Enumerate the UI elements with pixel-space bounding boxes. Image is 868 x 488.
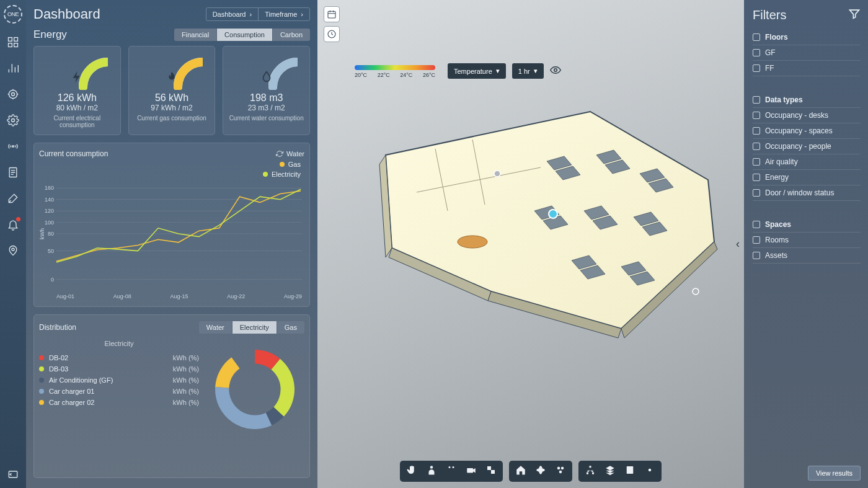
gauge-subvalue: 80 kWh / m2 (39, 104, 115, 112)
hierarchy-tool-icon[interactable] (585, 464, 596, 478)
filter-item[interactable]: Rooms (753, 233, 861, 248)
list-tool-icon[interactable] (624, 464, 636, 478)
home-view-icon[interactable] (515, 464, 526, 478)
distribution-tabs: Water Electricity Gas (199, 321, 304, 334)
left-nav-rail: ONE (0, 0, 26, 488)
orbit-tool-icon[interactable] (535, 464, 546, 478)
svg-text:160: 160 (45, 185, 54, 191)
floorplan-viewport[interactable]: 20°C22°C24°C26°C Temperature▾ 1 hr▾ (317, 0, 744, 488)
nav-settings-icon[interactable] (6, 113, 20, 128)
filter-icon[interactable] (848, 7, 861, 22)
temperature-dropdown[interactable]: Temperature▾ (448, 63, 506, 79)
gauge-subvalue: 23 m3 / m2 (228, 104, 304, 112)
filter-item[interactable]: GF (753, 45, 861, 61)
filter-item[interactable]: Occupancy - people (753, 139, 861, 154)
filter-item[interactable]: Door / window status (753, 185, 861, 201)
svg-point-58 (449, 466, 451, 468)
viewport-toolbar (400, 461, 662, 482)
tab-consumption[interactable]: Consumption (216, 29, 272, 41)
svg-rect-26 (328, 11, 335, 18)
refresh-button[interactable]: Water (276, 150, 304, 157)
collapse-filters-icon[interactable]: ‹ (732, 232, 744, 257)
svg-rect-2 (9, 43, 12, 47)
tab-gas[interactable]: Gas (277, 321, 304, 334)
gauge-label: Current water consumption (228, 115, 304, 122)
svg-point-64 (539, 466, 542, 474)
pan-tool-icon[interactable] (406, 464, 417, 478)
svg-point-59 (453, 466, 454, 468)
distribution-donut-chart (205, 340, 304, 439)
refresh-label: Water (286, 150, 304, 157)
svg-point-6 (12, 119, 15, 122)
nav-broadcast-icon[interactable] (6, 139, 20, 154)
visibility-toggle-icon[interactable] (550, 64, 561, 78)
gradient-bar (355, 65, 435, 70)
gauge-label: Current gas consumption (134, 115, 210, 122)
view-results-button[interactable]: View results (808, 466, 861, 481)
svg-text:80: 80 (48, 231, 54, 237)
nav-analytics-icon[interactable] (6, 61, 20, 76)
energy-tabs: Financial Consumption Carbon (174, 29, 310, 41)
floorplan-3d[interactable] (342, 87, 727, 347)
svg-point-67 (559, 471, 562, 474)
svg-rect-68 (590, 466, 591, 468)
tab-water[interactable]: Water (199, 321, 232, 334)
alert-badge (16, 217, 20, 221)
tab-financial[interactable]: Financial (174, 29, 216, 41)
filter-heading[interactable]: Spaces (753, 217, 861, 233)
nav-dashboard-icon[interactable] (6, 35, 20, 50)
filter-item[interactable]: FF (753, 61, 861, 76)
nav-location-icon[interactable] (6, 243, 20, 258)
distribution-subtitle: Electricity (39, 340, 199, 347)
layers-tool-icon[interactable] (604, 464, 616, 478)
cluster-tool-icon[interactable] (555, 464, 566, 478)
history-tool-icon[interactable] (324, 26, 340, 42)
svg-point-28 (554, 68, 557, 71)
nav-target-icon[interactable] (6, 87, 20, 102)
nav-alerts-icon[interactable] (6, 217, 20, 232)
distribution-card: Distribution Water Electricity Gas Elect… (33, 314, 310, 479)
app-logo: ONE (4, 5, 22, 24)
tab-carbon[interactable]: Carbon (272, 29, 310, 41)
svg-point-9 (12, 248, 14, 251)
filter-item[interactable]: Energy (753, 170, 861, 185)
breadcrumb: Dashboard› Timeframe› (206, 7, 310, 21)
svg-rect-69 (587, 472, 588, 474)
person-tool-icon[interactable] (426, 464, 437, 478)
dashboard-panel: Dashboard Dashboard› Timeframe› Energy F… (26, 0, 317, 488)
svg-rect-3 (14, 43, 18, 47)
distribution-title: Distribution (39, 323, 76, 332)
settings-tool-icon[interactable] (644, 464, 655, 478)
walk-tool-icon[interactable] (446, 464, 457, 478)
crumb-timeframe[interactable]: Timeframe› (258, 8, 309, 20)
gauge-card-1: 56 kWh 97 kWh / m2 Current gas consumpti… (128, 46, 216, 135)
filter-heading[interactable]: Data types (753, 92, 861, 108)
calendar-tool-icon[interactable] (324, 6, 340, 22)
filter-item[interactable]: Air quality (753, 154, 861, 170)
expand-tool-icon[interactable] (485, 464, 497, 478)
filter-item[interactable]: Occupancy - desks (753, 108, 861, 123)
nav-tools-icon[interactable] (6, 191, 20, 206)
crumb-dashboard[interactable]: Dashboard› (206, 8, 259, 20)
svg-point-65 (557, 467, 560, 470)
filter-heading[interactable]: Floors (753, 30, 861, 45)
nav-collapse-icon[interactable] (6, 467, 20, 482)
distribution-row: Car charger 02kWh (%) (39, 397, 199, 408)
filter-item[interactable]: Occupancy - spaces (753, 123, 861, 139)
page-title: Dashboard (33, 6, 100, 22)
tab-electricity[interactable]: Electricity (232, 321, 277, 334)
filter-item[interactable]: Assets (753, 248, 861, 264)
nav-report-icon[interactable] (6, 165, 20, 180)
svg-point-56 (458, 236, 487, 248)
svg-point-55 (693, 288, 699, 295)
gauge-value: 126 kWh (39, 92, 115, 104)
timeframe-dropdown[interactable]: 1 hr▾ (512, 63, 544, 79)
svg-rect-70 (592, 472, 594, 474)
camera-tool-icon[interactable] (466, 464, 477, 478)
consumption-chart-card: Current consumption Water GasElectricity… (33, 143, 310, 307)
svg-text:0: 0 (51, 277, 54, 283)
gauge-subvalue: 97 kWh / m2 (134, 104, 210, 112)
svg-text:120: 120 (45, 208, 54, 214)
distribution-row: Car charger 01kWh (%) (39, 386, 199, 397)
gauge-value: 56 kWh (134, 92, 210, 104)
